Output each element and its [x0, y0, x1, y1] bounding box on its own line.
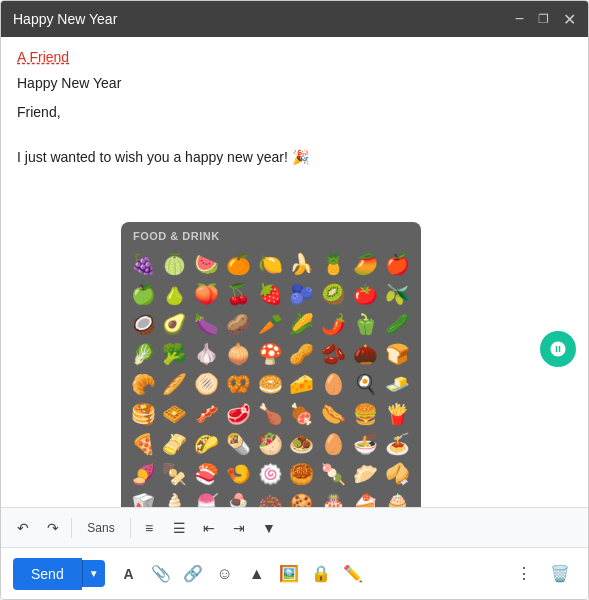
emoji-cell[interactable]: 🍏	[129, 280, 157, 308]
emoji-cell[interactable]: 🍢	[161, 460, 189, 488]
emoji-cell[interactable]: 🍅	[351, 280, 379, 308]
emoji-cell[interactable]: 🥚	[320, 430, 348, 458]
more-format-button[interactable]: ▼	[255, 514, 283, 542]
emoji-cell[interactable]: 🧁	[383, 490, 411, 507]
emoji-cell[interactable]: 🥮	[288, 460, 316, 488]
emoji-cell[interactable]: 🫒	[383, 280, 411, 308]
emoji-cell[interactable]: 🍈	[161, 250, 189, 278]
undo-button[interactable]: ↶	[9, 514, 37, 542]
emoji-cell[interactable]: 🍝	[383, 430, 411, 458]
emoji-cell[interactable]: 🍗	[256, 400, 284, 428]
emoji-cell[interactable]: 🍜	[351, 430, 379, 458]
emoji-cell[interactable]: 🥬	[129, 340, 157, 368]
emoji-cell[interactable]: 🥦	[161, 340, 189, 368]
drive-button[interactable]: ▲	[241, 558, 273, 590]
emoji-cell[interactable]: 🍠	[129, 460, 157, 488]
emoji-cell[interactable]: 🍊	[224, 250, 252, 278]
emoji-cell[interactable]: 🥑	[161, 310, 189, 338]
emoji-cell[interactable]: 🌯	[224, 430, 252, 458]
emoji-cell[interactable]: 🫓	[193, 370, 221, 398]
list-ordered-button[interactable]: ☰	[165, 514, 193, 542]
recipient-name[interactable]: A Friend	[17, 49, 69, 65]
grammarly-button[interactable]	[540, 331, 576, 367]
emoji-cell[interactable]: 🍪	[288, 490, 316, 507]
emoji-cell[interactable]: 🥟	[351, 460, 379, 488]
emoji-cell[interactable]: 🎂	[320, 490, 348, 507]
emoji-cell[interactable]: 🌶️	[320, 310, 348, 338]
emoji-cell[interactable]: 🫔	[161, 430, 189, 458]
emoji-cell[interactable]: 🍍	[320, 250, 348, 278]
lock-button[interactable]: 🔒	[305, 558, 337, 590]
emoji-cell[interactable]: 🍥	[256, 460, 284, 488]
list-unordered-button[interactable]: ≡	[135, 514, 163, 542]
emoji-cell[interactable]: 🫘	[320, 340, 348, 368]
emoji-cell[interactable]: 🌭	[320, 400, 348, 428]
emoji-button[interactable]: ☺	[209, 558, 241, 590]
expand-icon[interactable]: ❐	[538, 12, 549, 26]
emoji-cell[interactable]: 🌽	[288, 310, 316, 338]
emoji-cell[interactable]: 🫑	[351, 310, 379, 338]
emoji-cell[interactable]: 🥒	[383, 310, 411, 338]
redo-button[interactable]: ↷	[39, 514, 67, 542]
link-button[interactable]: 🔗	[177, 558, 209, 590]
emoji-cell[interactable]: 🍒	[224, 280, 252, 308]
minimize-icon[interactable]: −	[515, 10, 524, 28]
emoji-cell[interactable]: 🥕	[256, 310, 284, 338]
emoji-cell[interactable]: 🍉	[193, 250, 221, 278]
emoji-cell[interactable]: 🥯	[256, 370, 284, 398]
emoji-cell[interactable]: 🍇	[129, 250, 157, 278]
emoji-cell[interactable]: 🍐	[161, 280, 189, 308]
emoji-cell[interactable]: 🍕	[129, 430, 157, 458]
emoji-cell[interactable]: 🍰	[351, 490, 379, 507]
emoji-cell[interactable]: 🍑	[193, 280, 221, 308]
emoji-cell[interactable]: 🍣	[193, 460, 221, 488]
emoji-cell[interactable]: 🍓	[256, 280, 284, 308]
emoji-cell[interactable]: 🥨	[224, 370, 252, 398]
emoji-cell[interactable]: 🥝	[320, 280, 348, 308]
emoji-cell[interactable]: 🥡	[129, 490, 157, 507]
emoji-cell[interactable]: 🍎	[383, 250, 411, 278]
emoji-cell[interactable]: 🧀	[288, 370, 316, 398]
emoji-cell[interactable]: 🥥	[129, 310, 157, 338]
emoji-cell[interactable]: 🍤	[224, 460, 252, 488]
emoji-cell[interactable]: 🥙	[256, 430, 284, 458]
emoji-cell[interactable]: 🧆	[288, 430, 316, 458]
emoji-cell[interactable]: 🍨	[224, 490, 252, 507]
emoji-cell[interactable]: 🍌	[288, 250, 316, 278]
emoji-cell[interactable]: 🥔	[224, 310, 252, 338]
font-selector[interactable]: Sans	[76, 519, 126, 537]
emoji-cell[interactable]: 🍧	[193, 490, 221, 507]
emoji-cell[interactable]: 🍞	[383, 340, 411, 368]
send-button[interactable]: Send	[13, 558, 82, 590]
indent-decrease-button[interactable]: ⇤	[195, 514, 223, 542]
emoji-cell[interactable]: 🍟	[383, 400, 411, 428]
close-icon[interactable]: ✕	[563, 10, 576, 29]
emoji-cell[interactable]: 🥠	[383, 460, 411, 488]
signature-button[interactable]: ✏️	[337, 558, 369, 590]
emoji-cell[interactable]: 🍡	[320, 460, 348, 488]
emoji-cell[interactable]: 🍩	[256, 490, 284, 507]
emoji-cell[interactable]: 🥖	[161, 370, 189, 398]
emoji-cell[interactable]: 🥓	[193, 400, 221, 428]
emoji-cell[interactable]: 🍔	[351, 400, 379, 428]
emoji-cell[interactable]: 🍆	[193, 310, 221, 338]
emoji-cell[interactable]: 🧈	[383, 370, 411, 398]
emoji-cell[interactable]: 🍋	[256, 250, 284, 278]
photo-button[interactable]: 🖼️	[273, 558, 305, 590]
emoji-cell[interactable]: 🍄	[256, 340, 284, 368]
send-dropdown-button[interactable]: ▼	[82, 560, 105, 587]
emoji-cell[interactable]: 🥩	[224, 400, 252, 428]
emoji-cell[interactable]: 🥚	[320, 370, 348, 398]
attach-button[interactable]: 📎	[145, 558, 177, 590]
emoji-cell[interactable]: 🧅	[224, 340, 252, 368]
emoji-cell[interactable]: 🍦	[161, 490, 189, 507]
emoji-cell[interactable]: 🍳	[351, 370, 379, 398]
emoji-cell[interactable]: 🍖	[288, 400, 316, 428]
emoji-cell[interactable]: 🌮	[193, 430, 221, 458]
emoji-cell[interactable]: 🧇	[161, 400, 189, 428]
indent-increase-button[interactable]: ⇥	[225, 514, 253, 542]
emoji-cell[interactable]: 🥞	[129, 400, 157, 428]
formatting-button[interactable]: A	[113, 558, 145, 590]
emoji-cell[interactable]: 🥐	[129, 370, 157, 398]
emoji-cell[interactable]: 🥜	[288, 340, 316, 368]
